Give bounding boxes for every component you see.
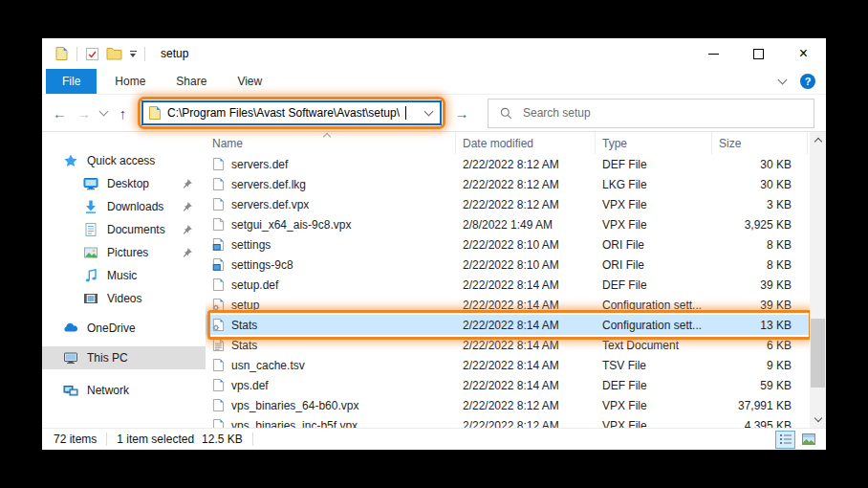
explorer-window: setup × File Home Share View ? ← → ↑ C:\… (42, 38, 826, 450)
large-icons-view-button[interactable] (798, 431, 818, 449)
file-row[interactable]: servers.def.vpx 2/22/2022 8:12 AM VPX Fi… (206, 194, 810, 214)
pin-icon (182, 247, 193, 258)
file-row[interactable]: vps.def 2/22/2022 8:14 AM DEF File 59 KB (206, 375, 810, 395)
file-row[interactable]: setup 2/22/2022 8:14 AM Configuration se… (206, 295, 810, 315)
sidebar-item-downloads[interactable]: Downloads (42, 195, 206, 218)
tab-file[interactable]: File (46, 69, 97, 94)
file-size: 8 KB (712, 255, 808, 275)
qat-dropdown-icon[interactable] (129, 49, 138, 59)
ribbon-collapse-chevron-icon[interactable] (778, 76, 788, 85)
details-view-icon (778, 432, 793, 447)
go-to-button[interactable]: → (449, 105, 474, 122)
search-input[interactable]: Search setup (488, 99, 814, 128)
address-bar-highlight: C:\Program Files\Avast Software\Avast\se… (138, 97, 445, 129)
file-row[interactable]: vps_binaries_64-b60.vpx 2/22/2022 8:12 A… (206, 395, 810, 415)
minimize-button[interactable] (691, 38, 736, 69)
downloads-icon (83, 199, 98, 214)
maximize-button[interactable] (736, 38, 781, 69)
file-row[interactable]: usn_cache.tsv 2/22/2022 8:14 AM TSV File… (206, 355, 810, 375)
sidebar-item-network[interactable]: Network (42, 379, 206, 402)
column-headers: Name Date modified Type Size (206, 132, 810, 154)
file-ori-icon (212, 257, 225, 272)
file-date: 2/22/2022 8:12 AM (456, 395, 596, 415)
properties-check-icon[interactable] (84, 46, 100, 62)
sidebar-item-quick-access[interactable]: Quick access (42, 149, 206, 172)
file-row[interactable]: settings 2/22/2022 8:10 AM ORI File 8 KB (206, 234, 810, 255)
file-row[interactable]: vps_binaries_inc-b5f.vpx 2/22/2022 8:12 … (206, 415, 810, 428)
tab-home[interactable]: Home (102, 69, 158, 94)
file-row[interactable]: servers.def.lkg 2/22/2022 8:12 AM LKG Fi… (206, 174, 810, 194)
file-generic-icon (212, 277, 225, 292)
column-header-type[interactable]: Type (596, 132, 712, 154)
file-type: DEF File (596, 154, 712, 174)
back-button[interactable]: ← (48, 106, 72, 121)
file-date: 2/22/2022 8:14 AM (456, 275, 596, 295)
file-type: Configuration sett... (596, 295, 712, 315)
file-row[interactable]: setgui_x64_ais-9c8.vpx 2/8/2022 1:49 AM … (206, 214, 810, 234)
sidebar-item-desktop[interactable]: Desktop (42, 172, 206, 195)
file-size: 3,925 KB (712, 214, 808, 234)
scroll-down-icon[interactable] (810, 411, 826, 428)
close-button[interactable]: × (781, 38, 826, 69)
tab-view[interactable]: View (225, 69, 274, 94)
address-bar-input[interactable]: C:\Program Files\Avast Software\Avast\se… (141, 100, 442, 125)
network-icon (63, 383, 78, 398)
desktop-icon (83, 176, 98, 191)
column-header-date-modified[interactable]: Date modified (456, 132, 596, 154)
file-date: 2/22/2022 8:14 AM (456, 295, 596, 315)
file-row[interactable]: settings-9c8 2/22/2022 8:10 AM ORI File … (206, 255, 810, 275)
address-dropdown-chevron-icon[interactable] (425, 111, 435, 115)
file-date: 2/22/2022 8:12 AM (456, 194, 596, 214)
file-row[interactable]: Stats 2/22/2022 8:14 AM Configuration se… (206, 315, 810, 335)
file-type: ORI File (596, 234, 712, 255)
file-date: 2/22/2022 8:14 AM (456, 355, 596, 375)
file-generic-icon (212, 358, 225, 372)
file-row[interactable]: servers.def 2/22/2022 8:12 AM DEF File 3… (206, 154, 810, 174)
details-view-button[interactable] (775, 431, 795, 449)
file-date: 2/22/2022 8:14 AM (456, 375, 596, 395)
sidebar-item-this-pc[interactable]: This PC (42, 346, 206, 369)
close-icon: × (799, 46, 808, 61)
file-row[interactable]: setup.def 2/22/2022 8:14 AM DEF File 39 … (206, 275, 810, 295)
sidebar-item-pictures[interactable]: Pictures (42, 241, 206, 264)
recent-locations-chevron-icon[interactable] (96, 111, 111, 115)
file-generic-icon (212, 157, 225, 171)
titlebar-separator (76, 47, 77, 61)
vertical-scrollbar[interactable] (810, 132, 826, 428)
file-size: 4,395 KB (712, 415, 808, 428)
file-size: 13 KB (712, 315, 808, 335)
column-header-name[interactable]: Name (206, 132, 456, 154)
file-generic-icon (212, 378, 225, 392)
scrollbar-thumb[interactable] (811, 319, 825, 388)
file-generic-icon (212, 398, 225, 412)
file-date: 2/22/2022 8:12 AM (456, 154, 596, 174)
file-date: 2/22/2022 8:10 AM (456, 234, 596, 255)
statusbar-separator (252, 433, 253, 446)
file-date: 2/22/2022 8:12 AM (456, 174, 596, 194)
sidebar-item-music[interactable]: Music (42, 264, 206, 287)
up-button[interactable]: ↑ (111, 106, 135, 121)
file-config-icon (212, 318, 225, 332)
sidebar-item-onedrive[interactable]: OneDrive (42, 317, 206, 340)
file-date: 2/8/2022 1:49 AM (456, 214, 596, 234)
file-config-icon (212, 298, 225, 312)
scroll-up-icon[interactable] (810, 132, 826, 148)
file-type: VPX File (596, 395, 712, 415)
forward-button[interactable]: → (72, 106, 96, 121)
file-row[interactable]: Stats 2/22/2022 8:14 AM Text Document 6 … (206, 335, 810, 355)
tab-share[interactable]: Share (163, 69, 219, 94)
file-date: 2/22/2022 8:14 AM (456, 335, 596, 355)
text-caret (405, 106, 406, 120)
file-plain-icon (212, 217, 225, 232)
file-size: 39 KB (712, 295, 808, 315)
sidebar-item-videos[interactable]: Videos (42, 287, 206, 310)
file-type: VPX File (596, 214, 712, 234)
file-size: 8 KB (712, 234, 808, 255)
file-rows: servers.def 2/22/2022 8:12 AM DEF File 3… (206, 154, 810, 428)
file-type: VPX File (596, 194, 712, 214)
help-icon[interactable]: ? (800, 74, 815, 89)
new-folder-icon[interactable] (106, 46, 122, 62)
quick-access-star-icon (63, 153, 78, 168)
sidebar-item-documents[interactable]: Documents (42, 218, 206, 241)
column-header-size[interactable]: Size (712, 132, 808, 154)
